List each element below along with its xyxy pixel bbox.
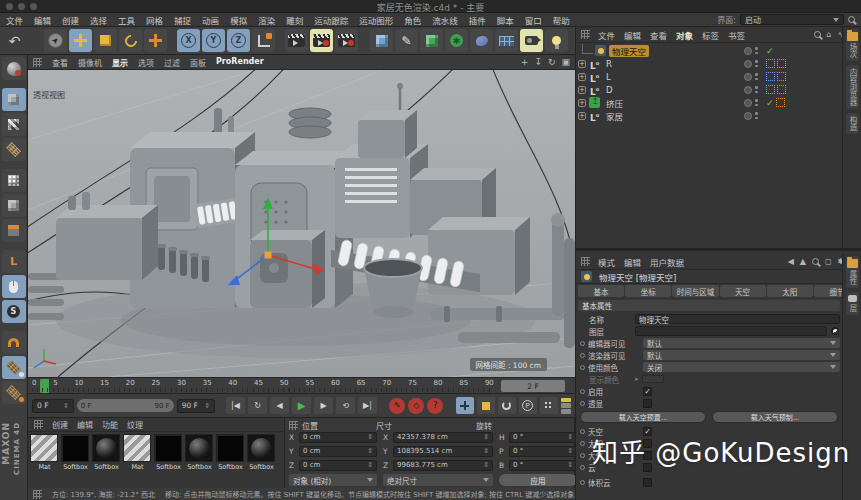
object-name[interactable]: 家居 [603, 110, 626, 122]
add-floor-button[interactable] [495, 29, 518, 52]
rot-h-field[interactable]: 0 °⇕ [509, 432, 577, 443]
play-button[interactable]: ▶ [292, 397, 311, 414]
lock-x-axis-button[interactable]: X [177, 29, 200, 52]
visibility-dots-icon[interactable] [755, 47, 758, 54]
range-end-field[interactable]: 90 F⇕ [177, 399, 216, 413]
tab-content-browser[interactable]: 内容浏览器 [846, 65, 859, 109]
material-thumbnail[interactable] [61, 434, 89, 462]
move-tool-button[interactable] [69, 29, 92, 52]
name-field[interactable]: 物理天空 [635, 314, 840, 324]
convert-editable-button[interactable] [2, 57, 26, 80]
attribute-tab[interactable]: 基本 [578, 285, 624, 297]
search-icon[interactable] [812, 258, 819, 265]
object-row[interactable]: 物理天空 ✓ [576, 44, 841, 57]
layer-circle-icon[interactable] [744, 112, 752, 120]
add-deformer-button[interactable]: ✱ [445, 29, 468, 52]
dolly-view-icon[interactable]: ↧ [534, 57, 542, 67]
pos-x-field[interactable]: 0 cm⇕ [299, 432, 377, 443]
render-picture-viewer-button[interactable] [310, 29, 333, 52]
material-thumbnail[interactable] [154, 434, 182, 462]
volumetric-clouds-checkbox[interactable] [643, 478, 652, 487]
autokey-button[interactable]: ◇ [408, 398, 424, 414]
tab-structure[interactable]: 构造 [846, 113, 859, 134]
object-row[interactable]: + L 家居 [576, 109, 841, 122]
interface-dropdown[interactable]: 启动 [740, 14, 844, 25]
coordinate-system-button[interactable] [252, 29, 275, 52]
object-name[interactable]: 挤压 [603, 97, 626, 109]
viewport-menu-item[interactable]: 过滤 [164, 57, 180, 68]
viewport-menu-item[interactable]: ProRender [216, 57, 264, 68]
attr-menu-item[interactable]: 编辑 [624, 256, 641, 268]
menu-item[interactable]: 渲染 [258, 14, 275, 26]
render-view-button[interactable] [285, 29, 308, 52]
expand-icon[interactable]: + [578, 112, 586, 120]
om-menu-item[interactable]: 标签 [702, 29, 719, 41]
anim-dot-icon[interactable] [580, 465, 585, 470]
material-thumbnail[interactable] [123, 434, 151, 462]
expand-icon[interactable]: + [578, 99, 586, 107]
material-item[interactable]: Softbox [216, 434, 245, 471]
viewport-3d-scene[interactable] [28, 70, 575, 377]
anim-dot-icon[interactable] [580, 453, 585, 458]
scale-tool-button[interactable] [94, 29, 117, 52]
anim-dot-icon[interactable] [580, 353, 585, 358]
material-menu-item[interactable]: 功能 [102, 419, 118, 430]
material-item[interactable]: Softbox [154, 434, 183, 471]
lock-z-axis-button[interactable]: Z [227, 29, 250, 52]
timeline-ruler[interactable]: 051015202530354045505560657075808590 2 F [28, 377, 575, 394]
viewport-menu-item[interactable]: 显示 [112, 57, 128, 68]
rot-p-field[interactable]: 0 °⇕ [509, 446, 577, 457]
key-position-button[interactable] [456, 397, 474, 414]
menu-item[interactable]: 捕捉 [174, 14, 191, 26]
visibility-dots-icon[interactable] [755, 86, 758, 93]
object-name[interactable]: D [603, 85, 616, 95]
om-menu-item[interactable]: 文件 [598, 29, 615, 41]
expand-icon[interactable]: + [578, 86, 586, 94]
tab-attributes[interactable]: 属性 [846, 256, 859, 288]
menu-item[interactable]: 窗口 [525, 14, 542, 26]
key-rotation-button[interactable] [498, 397, 516, 414]
material-thumbnail[interactable] [247, 434, 275, 462]
tab-takes[interactable]: 场次 [846, 29, 859, 61]
material-thumbnail[interactable] [185, 434, 213, 462]
tweak-mode-button[interactable] [2, 275, 26, 298]
menu-item[interactable]: 帮助 [553, 14, 570, 26]
layer-picker-icon[interactable] [830, 326, 840, 336]
material-menu-item[interactable]: 纹理 [127, 419, 143, 430]
layer-field[interactable] [635, 326, 827, 336]
points-mode-button[interactable] [2, 169, 26, 192]
key-pla-button[interactable] [540, 397, 558, 414]
size-mode-dropdown[interactable]: 绝对尺寸 [383, 474, 493, 486]
attribute-tab[interactable]: 天空 [720, 285, 766, 297]
add-light-button[interactable] [545, 29, 568, 52]
selection-tag-icon[interactable] [766, 72, 775, 81]
menu-item[interactable]: 流水线 [432, 14, 458, 26]
attribute-tab[interactable]: 坐标 [625, 285, 671, 297]
add-spline-button[interactable]: ✎ [395, 29, 418, 52]
maximize-view-icon[interactable]: ▣ [561, 57, 570, 67]
anim-dot-icon[interactable] [580, 365, 585, 370]
om-menu-item[interactable]: 对象 [676, 29, 693, 41]
pan-view-icon[interactable]: + [521, 57, 529, 67]
loop-playback-button[interactable]: ↻ [248, 397, 267, 414]
size-z-field[interactable]: 99683.775 cm⇕ [393, 460, 493, 471]
object-row[interactable]: + L R [576, 57, 841, 70]
visibility-dots-icon[interactable] [755, 112, 758, 119]
material-thumbnail[interactable] [30, 434, 58, 462]
key-scale-button[interactable] [477, 397, 495, 414]
record-keyframe-button[interactable]: ✎ [389, 398, 405, 414]
lock-icon[interactable]: ◻ [825, 257, 832, 266]
texture-mode-button[interactable] [2, 113, 26, 136]
menu-item[interactable]: 工具 [118, 14, 135, 26]
panel-grid-icon[interactable] [581, 30, 590, 39]
material-item[interactable]: Mat [123, 434, 152, 471]
rotate-tool-button[interactable] [119, 29, 142, 52]
size-y-field[interactable]: 108395.514 cm⇕ [393, 446, 493, 457]
pos-y-field[interactable]: 0 cm⇕ [299, 446, 377, 457]
menu-item[interactable]: 插件 [469, 14, 486, 26]
range-start-field[interactable]: 0 F⇕ [32, 399, 74, 413]
lock-y-axis-button[interactable]: Y [202, 29, 225, 52]
visibility-dots-icon[interactable] [755, 73, 758, 80]
enable-axis-button[interactable]: L [2, 250, 26, 273]
menu-item[interactable]: 运动跟踪 [314, 14, 348, 26]
